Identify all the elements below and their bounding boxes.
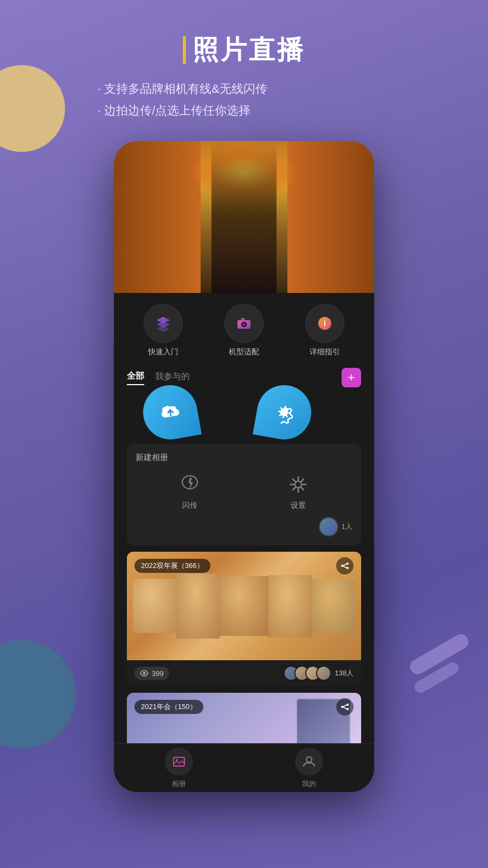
phone-frame: 快速入门 xyxy=(114,141,374,792)
album-overlay-2022: 2022双年展（366） xyxy=(127,552,361,580)
app-dark-area: 快速入门 xyxy=(114,293,374,743)
street-center xyxy=(211,141,277,293)
svg-line-19 xyxy=(280,414,281,416)
svg-point-31 xyxy=(341,565,343,567)
nav-album-circle xyxy=(165,748,193,776)
upload-bubble[interactable] xyxy=(139,381,202,444)
svg-line-30 xyxy=(343,566,347,568)
svg-marker-2 xyxy=(157,326,170,332)
svg-point-34 xyxy=(143,672,146,675)
phone-header-photo xyxy=(114,141,374,293)
tab-participated[interactable]: 我参与的 xyxy=(155,371,190,385)
member-count-small: 1人 xyxy=(342,522,352,532)
share-button-2022[interactable] xyxy=(336,557,354,575)
flash-transfer-action[interactable]: 闪传 xyxy=(179,474,201,510)
nav-profile-circle xyxy=(295,748,323,776)
member-indicator: 1人 xyxy=(136,517,352,537)
share-icon xyxy=(340,561,350,571)
settings-icon-small xyxy=(287,474,309,495)
settings-action[interactable]: 设置 xyxy=(287,474,309,510)
nav-profile-label: 我的 xyxy=(302,779,316,789)
svg-line-12 xyxy=(285,407,285,409)
svg-line-25 xyxy=(293,479,295,481)
model-icon-circle xyxy=(224,304,264,343)
add-album-button[interactable]: + xyxy=(342,368,361,387)
svg-point-20 xyxy=(295,481,301,488)
svg-line-36 xyxy=(343,707,347,709)
share-button-2021[interactable] xyxy=(336,698,354,716)
camera-icon xyxy=(235,315,253,332)
quick-action-guide[interactable]: i 详细指引 xyxy=(305,304,344,357)
album-title-2021: 2021年会（150） xyxy=(134,700,203,714)
member-avatar-small xyxy=(319,517,338,537)
title-accent-bar xyxy=(183,36,186,64)
member-av4 xyxy=(316,666,331,681)
nav-album-label: 相册 xyxy=(172,779,186,789)
guide-icon-circle: i xyxy=(305,304,344,343)
album-overlay-2021: 2021年会（150） xyxy=(127,693,361,721)
svg-point-39 xyxy=(346,708,349,710)
nav-profile[interactable]: 我的 xyxy=(295,748,323,789)
svg-point-33 xyxy=(346,567,349,569)
svg-line-16 xyxy=(281,408,282,409)
nav-album[interactable]: 相册 xyxy=(165,748,193,789)
eye-icon xyxy=(140,669,149,678)
svg-line-13 xyxy=(283,416,284,418)
building-left xyxy=(114,141,201,293)
tab-all[interactable]: 全部 xyxy=(127,371,144,385)
bullet1: 支持多品牌相机有线&无线闪传 xyxy=(98,78,488,100)
svg-rect-6 xyxy=(241,318,245,321)
page-title: 照片直播 xyxy=(192,33,305,67)
quick-action-intro[interactable]: 快速入门 xyxy=(144,304,183,357)
member-count-2022: 138人 xyxy=(335,668,354,678)
guide-label: 详细指引 xyxy=(310,347,340,357)
subtitle-block: 支持多品牌相机有线&无线闪传 边拍边传/点选上传任你选择 xyxy=(0,78,488,121)
album-title-2022: 2022双年展（366） xyxy=(134,559,210,573)
album-card-2022[interactable]: 2022双年展（366） xyxy=(127,552,361,686)
album-thumbnail-2021: 2021年会（150） xyxy=(127,693,361,743)
new-album-card: 新建相册 闪传 xyxy=(127,444,361,545)
svg-point-41 xyxy=(176,759,178,761)
svg-point-38 xyxy=(346,704,349,706)
model-label: 机型适配 xyxy=(229,347,259,357)
svg-point-42 xyxy=(306,757,312,762)
members-row-2022: 138人 xyxy=(284,666,354,681)
svg-line-27 xyxy=(301,479,304,481)
quick-actions-row: 快速入门 xyxy=(123,304,365,357)
album-actions: 闪传 xyxy=(136,474,352,510)
flash-transfer-icon xyxy=(179,474,201,495)
guide-icon: i xyxy=(316,315,333,332)
svg-line-35 xyxy=(343,705,347,707)
settings-icon-large xyxy=(271,399,298,426)
svg-line-28 xyxy=(293,488,295,490)
svg-line-15 xyxy=(288,413,290,413)
layers-icon xyxy=(155,315,172,332)
share-icon-2021 xyxy=(340,702,350,712)
svg-point-5 xyxy=(242,323,246,326)
tabs-row: 全部 我参与的 + xyxy=(123,368,365,387)
floating-bubbles xyxy=(127,396,361,439)
quick-action-model[interactable]: 机型适配 xyxy=(224,304,264,357)
header-area: 照片直播 支持多品牌相机有线&无线闪传 边拍边传/点选上传任你选择 xyxy=(0,33,488,121)
album-footer-2022: 399 138人 xyxy=(127,660,361,686)
view-count-2022: 399 xyxy=(134,667,169,680)
building-right xyxy=(287,141,374,293)
album-thumbnail-2022: 2022双年展（366） xyxy=(127,552,361,660)
photo-album-icon xyxy=(172,755,186,769)
settings-bubble[interactable] xyxy=(253,381,316,444)
view-count-number: 399 xyxy=(152,669,164,678)
new-album-label: 新建相册 xyxy=(136,452,352,463)
bottom-nav: 相册 我的 xyxy=(114,743,374,792)
svg-line-26 xyxy=(301,488,304,490)
svg-line-17 xyxy=(286,416,287,417)
svg-line-29 xyxy=(343,564,347,566)
album-card-2021[interactable]: 2021年会（150） xyxy=(127,693,361,743)
header-title: 照片直播 xyxy=(0,33,488,67)
bullet2: 边拍边传/点选上传任你选择 xyxy=(98,100,488,122)
intro-icon-circle xyxy=(144,304,183,343)
cloud-upload-icon xyxy=(157,399,184,426)
settings-label: 设置 xyxy=(291,501,306,510)
svg-line-18 xyxy=(287,409,288,410)
svg-point-32 xyxy=(346,563,349,565)
flash-transfer-label: 闪传 xyxy=(182,501,197,510)
